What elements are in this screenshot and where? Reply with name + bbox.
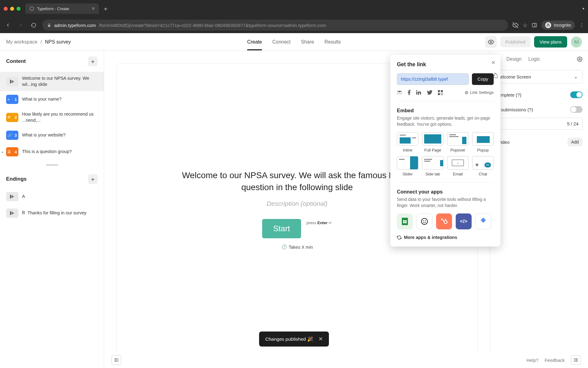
divider bbox=[397, 101, 494, 102]
left-panel: Content ＋ Welcome to our NPSA survey. We… bbox=[0, 51, 104, 368]
endings-title: Endings bbox=[6, 176, 27, 182]
short-text-icon: ≡1 bbox=[6, 95, 18, 104]
linkedin-share-icon[interactable] bbox=[416, 90, 421, 95]
description-placeholder[interactable]: Description (optional) bbox=[267, 200, 327, 207]
eye-off-icon[interactable] bbox=[512, 22, 518, 28]
copy-link-button[interactable]: Copy bbox=[472, 73, 494, 85]
form-name[interactable]: NPS survey bbox=[45, 39, 71, 45]
svg-rect-6 bbox=[12, 195, 13, 198]
toggle-complete[interactable] bbox=[570, 91, 582, 98]
back-button[interactable] bbox=[4, 21, 12, 29]
email-share-icon[interactable] bbox=[397, 90, 402, 95]
more-apps-link[interactable]: More apps & integrations bbox=[397, 235, 494, 240]
ending-label: Thanks for filling in our survey bbox=[28, 210, 87, 216]
ending-item-a[interactable]: A bbox=[0, 188, 104, 205]
app-google-sheets[interactable] bbox=[397, 213, 413, 229]
add-video-button[interactable]: Add bbox=[567, 138, 582, 146]
view-plans-button[interactable]: View plans bbox=[534, 36, 567, 48]
workspace-link[interactable]: My workspace bbox=[6, 39, 37, 45]
tab-connect[interactable]: Connect bbox=[272, 34, 291, 50]
right-panel-tabs: Q Design Logic bbox=[496, 56, 582, 62]
settings-gear-icon[interactable] bbox=[577, 56, 582, 62]
embed-option-sidetab[interactable]: Side tab bbox=[422, 156, 443, 176]
link-settings-button[interactable]: ⚙ Link Settings bbox=[465, 90, 494, 95]
collapse-right-panel-button[interactable] bbox=[571, 355, 581, 365]
qr-share-icon[interactable] bbox=[438, 90, 443, 95]
window-minimize-button[interactable] bbox=[10, 7, 14, 11]
panel-icon[interactable] bbox=[532, 22, 537, 28]
embed-option-email[interactable]: Email bbox=[447, 156, 469, 176]
address-bar[interactable]: admin.typeform.com/form/sWDtsfDj/create?… bbox=[42, 20, 508, 31]
popover-title: Get the link bbox=[397, 61, 494, 68]
tab-results[interactable]: Results bbox=[324, 34, 341, 50]
tab-share[interactable]: Share bbox=[301, 34, 314, 50]
svg-point-24 bbox=[423, 220, 424, 221]
add-ending-button[interactable]: ＋ bbox=[88, 174, 98, 184]
menu-icon[interactable]: ⋮ bbox=[579, 22, 584, 29]
gear-icon: ⚙ bbox=[465, 90, 469, 95]
share-link-input[interactable]: https://zztngl3afb8.typef bbox=[397, 73, 469, 85]
svg-rect-2 bbox=[10, 80, 11, 83]
connect-description: Send data to your favorite tools without… bbox=[397, 197, 494, 209]
app-hubspot[interactable] bbox=[436, 213, 452, 229]
forward-button[interactable] bbox=[17, 21, 25, 29]
refresh-icon bbox=[397, 235, 401, 240]
lock-icon bbox=[47, 23, 51, 27]
content-item-q3[interactable]: 🔗3 What is your website? bbox=[0, 127, 104, 144]
welcome-screen-icon bbox=[6, 77, 18, 86]
ending-item-b[interactable]: B Thanks for filling in our survey bbox=[0, 205, 104, 221]
svg-rect-9 bbox=[12, 212, 13, 214]
browser-tab-strip: Typeform - Create × ＋ ▾ bbox=[0, 0, 588, 17]
tab-create[interactable]: Create bbox=[247, 34, 262, 50]
tab-design[interactable]: Design bbox=[506, 56, 522, 62]
toast-close-button[interactable]: ✕ bbox=[318, 336, 323, 342]
twitter-share-icon[interactable] bbox=[427, 90, 432, 95]
app-mailchimp[interactable] bbox=[417, 213, 432, 229]
reload-button[interactable] bbox=[29, 21, 38, 29]
content-item-q2[interactable]: ⟳2 How likely are you to recommend us ..… bbox=[0, 108, 104, 127]
incognito-badge[interactable]: Incognito bbox=[541, 21, 575, 30]
help-link[interactable]: Help? bbox=[526, 358, 538, 363]
embed-option-chat[interactable]: •••Chat bbox=[472, 156, 494, 176]
question-type-select[interactable]: elcome Screen ⌄ bbox=[496, 70, 582, 83]
popover-close-button[interactable]: ✕ bbox=[491, 59, 496, 66]
content-item-q4[interactable]: ▸ ☰4 This is a question group? bbox=[0, 144, 104, 160]
feedback-link[interactable]: Feedback bbox=[545, 358, 565, 363]
tab-close-icon[interactable]: × bbox=[92, 6, 95, 11]
svg-rect-13 bbox=[441, 90, 443, 92]
browser-tab[interactable]: Typeform - Create × bbox=[25, 3, 99, 14]
embed-option-fullpage[interactable]: Full Page bbox=[422, 132, 443, 152]
share-icons-row: ⚙ Link Settings bbox=[397, 90, 494, 95]
content-item-welcome[interactable]: Welcome to our NPSA survey. We wil...ing… bbox=[0, 72, 104, 91]
star-icon[interactable]: ☆ bbox=[523, 22, 527, 29]
breadcrumb: My workspace / NPS survey bbox=[6, 39, 71, 45]
collapse-left-panel-button[interactable] bbox=[111, 355, 121, 365]
app-webhook[interactable]: </> bbox=[456, 213, 472, 229]
embed-option-popup[interactable]: Popup bbox=[472, 132, 494, 152]
window-maximize-button[interactable] bbox=[17, 7, 21, 11]
expand-caret-icon[interactable]: ▸ bbox=[2, 150, 3, 154]
question-group-icon: ☰4 bbox=[6, 147, 18, 156]
embed-option-popover[interactable]: Popover bbox=[447, 132, 469, 152]
avatar[interactable]: SJ bbox=[571, 36, 582, 48]
preview-button[interactable] bbox=[485, 36, 497, 48]
svg-rect-17 bbox=[441, 94, 442, 95]
tabs-dropdown-icon[interactable]: ▾ bbox=[582, 6, 584, 11]
embed-option-slider[interactable]: Slider bbox=[397, 156, 418, 176]
resize-handle[interactable] bbox=[46, 164, 58, 166]
embed-option-inline[interactable]: Inline bbox=[397, 132, 418, 152]
char-counter-field[interactable]: 5 / 24 bbox=[496, 118, 582, 130]
app-pipedrive[interactable] bbox=[475, 213, 491, 229]
toggle-submissions[interactable] bbox=[570, 106, 582, 113]
ending-icon bbox=[6, 209, 18, 218]
add-content-button[interactable]: ＋ bbox=[88, 56, 98, 66]
welcome-text[interactable]: Welcome to our NPSA survey. We will ask … bbox=[181, 169, 413, 193]
window-close-button[interactable] bbox=[4, 7, 8, 11]
new-tab-button[interactable]: ＋ bbox=[103, 5, 109, 13]
start-button[interactable]: Start bbox=[262, 219, 301, 238]
url-domain: admin.typeform.com bbox=[54, 23, 96, 28]
content-item-q1[interactable]: ≡1 What is your name? bbox=[0, 91, 104, 108]
facebook-share-icon[interactable] bbox=[408, 90, 411, 95]
tab-logic[interactable]: Logic bbox=[528, 56, 540, 62]
published-button[interactable]: Published bbox=[500, 36, 530, 47]
